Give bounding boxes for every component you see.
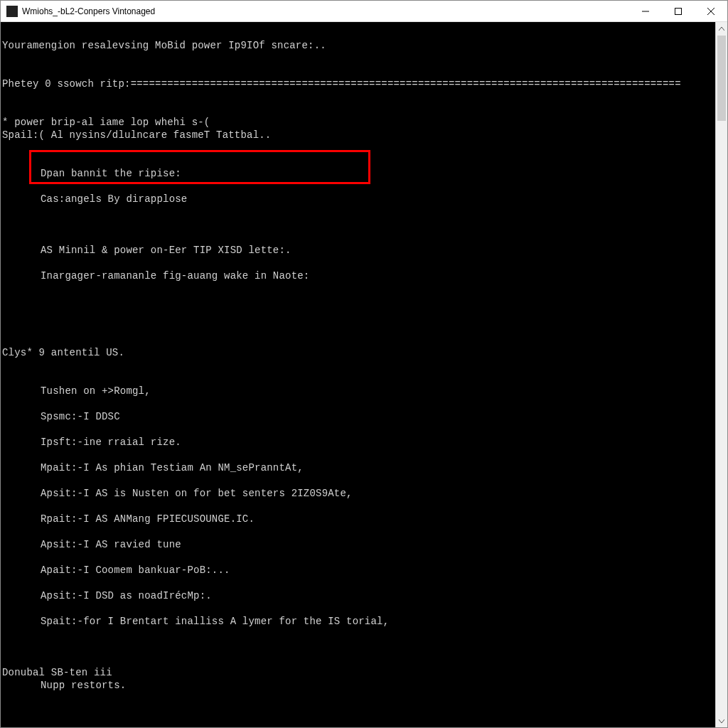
titlebar[interactable]: Wmiohs_-bL2-Conpers Vintonaged <box>1 1 727 22</box>
maximize-icon <box>675 8 682 15</box>
terminal-line: Apait:-I Coomem bankuar-PoB:... <box>2 564 712 577</box>
terminal-line: Ipsft:-ine rraial rize. <box>2 436 712 449</box>
terminal-output[interactable]: Youramengion resalevsing MoBid power Ip9… <box>1 22 715 727</box>
svg-rect-1 <box>675 8 682 14</box>
scroll-up-button[interactable] <box>716 22 727 34</box>
terminal-line: Spait:-for I Brentart inalliss A lymer f… <box>2 615 712 628</box>
maximize-button[interactable] <box>662 1 695 21</box>
terminal-line-highlighted: AS Minnil & power on-Eer TIP XISD lette:… <box>2 244 712 257</box>
terminal-line: * power brip-al iame lop whehi s-( <box>2 117 210 128</box>
terminal-line: Rpait:-I AS ANMang FPIECUSOUNGE.IC. <box>2 513 712 525</box>
client-area: Youramengion resalevsing MoBid power Ip9… <box>1 22 727 727</box>
terminal-line: Donubal SB-ten iii <box>2 667 112 678</box>
terminal-line: Apsit:-I AS is Nusten on for bet senters… <box>2 487 712 500</box>
terminal-line: Spsmc:-I DDSC <box>2 410 712 423</box>
close-icon <box>707 8 714 15</box>
terminal-line: Cas:angels By dirapplose <box>2 193 712 205</box>
terminal-line: Nupp restorts. <box>2 679 712 692</box>
terminal-line: Apsit:-I DSD as noadIrécMp:. <box>2 589 712 602</box>
terminal-line: Phetey 0 ssowch ritp:===================… <box>2 78 681 90</box>
terminal-line-highlighted: Inargager-ramananle fig-auang wake in Na… <box>2 269 712 282</box>
chevron-down-icon <box>719 719 724 724</box>
minimize-button[interactable] <box>629 1 662 21</box>
window-controls <box>629 1 727 21</box>
terminal-line: Youramengion resalevsing MoBid power Ip9… <box>2 40 326 51</box>
terminal-line: Tushen on +>Romgl, <box>2 385 712 397</box>
terminal-line: Clys* 9 antentil US. <box>2 347 124 358</box>
minimize-icon <box>642 8 649 15</box>
terminal-line: Dpan bannit the ripise: <box>2 167 712 180</box>
scroll-down-button[interactable] <box>716 715 727 727</box>
terminal-line: Spail:( Al nysins/dlulncare fasmeT Tattb… <box>2 129 271 141</box>
terminal-line: Mpait:-I As phian Testiam An NM_sePrannt… <box>2 461 712 474</box>
terminal-line: Apsit:-I AS ravied tune <box>2 538 712 551</box>
vertical-scrollbar[interactable] <box>715 22 727 727</box>
app-window: Wmiohs_-bL2-Conpers Vintonaged Yourameng… <box>0 0 728 728</box>
chevron-up-icon <box>719 26 724 31</box>
close-button[interactable] <box>695 1 727 21</box>
app-icon <box>6 6 18 17</box>
window-title: Wmiohs_-bL2-Conpers Vintonaged <box>22 6 629 16</box>
scrollbar-track[interactable] <box>716 34 727 715</box>
scrollbar-thumb[interactable] <box>717 36 726 121</box>
